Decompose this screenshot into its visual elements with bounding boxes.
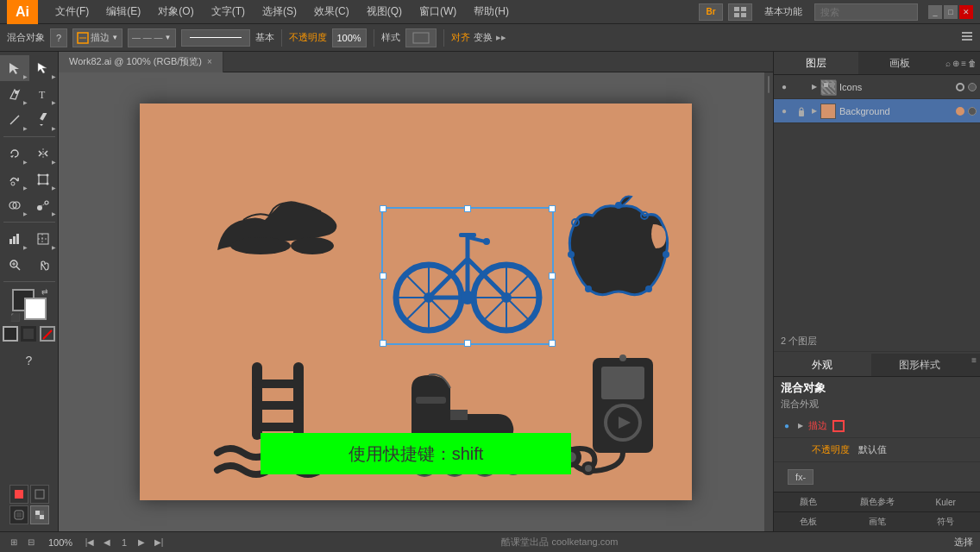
hand-tool[interactable] — [29, 252, 59, 278]
fill-box[interactable] — [3, 326, 18, 342]
warp-tool[interactable]: ▶ — [0, 166, 29, 192]
free-transform-tool[interactable]: ▶ — [29, 166, 59, 192]
page-first-btn[interactable]: |◀ — [83, 536, 97, 549]
symbols-tab[interactable]: 符号 — [911, 512, 980, 531]
pencil-tool[interactable]: ▶ — [29, 107, 59, 133]
menu-select[interactable]: 选择(S) — [255, 3, 304, 21]
page-last-btn[interactable]: ▶| — [152, 536, 166, 549]
line-tool[interactable]: ▶ — [0, 107, 29, 133]
panel-toggle[interactable] — [961, 30, 973, 45]
workspace-btn[interactable]: 基本功能 — [757, 3, 809, 20]
none-box[interactable] — [39, 325, 56, 342]
graphic-style-tab[interactable]: 图形样式 — [871, 354, 969, 376]
layers-tab[interactable]: 图层 — [774, 52, 858, 74]
background-color[interactable] — [24, 298, 47, 320]
appearance-subtitle: 混合外观 — [774, 398, 980, 414]
panel-new-icon[interactable]: ⊕ — [952, 59, 959, 68]
selection-tool[interactable]: ▶ — [0, 55, 29, 81]
svg-point-70 — [585, 285, 592, 292]
expand-arrow-icon[interactable]: ▶ — [812, 83, 817, 91]
slice-tool[interactable]: ▶ — [29, 226, 59, 252]
mirror-tool[interactable]: ▶ — [29, 141, 59, 166]
reset-colors-icon[interactable]: ⬛ — [10, 313, 20, 322]
shape-builder-tool[interactable]: ▶ — [0, 192, 29, 218]
stroke-type-dropdown[interactable]: 描边 ▼ — [72, 28, 122, 47]
graph-tool[interactable]: ▶ — [0, 226, 29, 252]
direct-selection-tool[interactable]: ▶ — [29, 55, 59, 81]
bridge-icon[interactable]: Br — [699, 3, 723, 21]
svg-rect-9 — [962, 39, 972, 41]
eye-bg-icon[interactable]: ● — [777, 104, 791, 118]
appearance-menu[interactable]: ≡ — [968, 354, 980, 376]
panel-trash-icon[interactable]: 🗑 — [968, 59, 977, 68]
none-icon — [40, 326, 55, 342]
layout-icon[interactable] — [728, 3, 752, 21]
expand-bg-icon[interactable]: ▶ — [812, 107, 817, 115]
svg-rect-3 — [741, 13, 746, 17]
fx-button[interactable]: fx- — [788, 469, 814, 485]
zoom-tool[interactable] — [0, 252, 29, 278]
stroke-box[interactable] — [20, 325, 37, 342]
panel-search-icon[interactable]: ⌕ — [945, 59, 951, 68]
swatches-tab[interactable]: 色板 — [774, 512, 843, 531]
status-btn1[interactable]: ⊞ — [7, 536, 21, 549]
search-input[interactable] — [814, 3, 918, 21]
menu-window[interactable]: 窗口(W) — [412, 3, 463, 21]
swap-colors-icon[interactable]: ⇄ — [41, 287, 48, 296]
align-section: 对齐 变换 ▸▸ — [451, 31, 506, 44]
restore-button[interactable]: □ — [944, 5, 958, 19]
svg-point-66 — [615, 202, 622, 209]
canvas-scroll[interactable]: 使用快捷键：shift — [59, 72, 773, 531]
help-btn[interactable]: ? — [50, 28, 67, 47]
menu-text[interactable]: 文字(T) — [204, 3, 252, 21]
page-prev-btn[interactable]: ◀ — [100, 536, 114, 549]
vertical-scrollbar[interactable] — [764, 72, 773, 531]
layer-row-background[interactable]: ● ▶ Background — [774, 99, 980, 123]
brushes-tab[interactable]: 画笔 — [843, 512, 912, 531]
artboards-tab[interactable]: 画板 — [858, 52, 943, 74]
opacity-value[interactable]: 100% — [332, 28, 367, 47]
appearance-tab[interactable]: 外观 — [774, 354, 871, 376]
stroke-style-dropdown[interactable]: — — — ▼ — [128, 28, 175, 47]
status-btn2[interactable]: ⊟ — [24, 536, 38, 549]
main-area: ▶ ▶ ▶ T ▶ ▶ ▶ — [0, 52, 980, 531]
menu-effect[interactable]: 效果(C) — [307, 3, 356, 21]
mask-mode-btn[interactable] — [30, 485, 49, 504]
scroll-thumb-v[interactable] — [768, 76, 770, 93]
question-tool[interactable]: ? — [15, 348, 44, 373]
minimize-button[interactable]: _ — [928, 5, 942, 19]
menu-file[interactable]: 文件(F) — [48, 3, 96, 21]
color-ref-tab[interactable]: 颜色参考 — [843, 492, 912, 511]
eye-visible-icon[interactable]: ● — [777, 80, 791, 94]
sel-handle-br — [549, 340, 556, 347]
page-next-btn[interactable]: ▶ — [135, 536, 148, 549]
blend-tool[interactable]: ▶ — [29, 192, 59, 218]
close-button[interactable]: ✕ — [959, 5, 973, 19]
object-type-label: 混合对象 — [7, 31, 45, 44]
menu-object[interactable]: 对象(O) — [151, 3, 200, 21]
pen-tool[interactable]: ▶ — [0, 81, 29, 107]
menu-view[interactable]: 视图(Q) — [360, 3, 409, 21]
color-tab[interactable]: 颜色 — [774, 492, 843, 511]
type-tool[interactable]: T ▶ — [29, 81, 59, 107]
svg-point-69 — [645, 285, 652, 292]
zoom-level: 100% — [45, 537, 76, 548]
stroke-expand-icon[interactable]: ▶ — [798, 422, 803, 430]
menu-edit[interactable]: 编辑(E) — [99, 3, 148, 21]
layer-row-icons[interactable]: ● ▶ Icons — [774, 75, 980, 99]
rotate-tool[interactable]: ▶ — [0, 141, 29, 166]
opacity-default-value: 默认值 — [858, 443, 887, 456]
kuler-tab[interactable]: Kuler — [911, 492, 980, 511]
dropdown-arrow-icon: ▼ — [111, 34, 118, 41]
svg-line-37 — [16, 267, 20, 270]
document-tab[interactable]: Work82.ai @ 100% (RGB/预览) × — [59, 52, 223, 72]
stroke-color-swatch[interactable] — [832, 420, 845, 432]
panel-menu-icon[interactable]: ≡ — [961, 59, 966, 68]
normal-mode-btn[interactable] — [9, 485, 28, 504]
stroke-eye-icon[interactable]: ● — [781, 420, 793, 432]
screen-mode-btn[interactable] — [9, 505, 28, 524]
menu-help[interactable]: 帮助(H) — [467, 3, 516, 21]
checkerboard-btn[interactable] — [30, 505, 49, 524]
style-preview[interactable] — [405, 28, 437, 47]
tab-close-btn[interactable]: × — [207, 57, 212, 66]
